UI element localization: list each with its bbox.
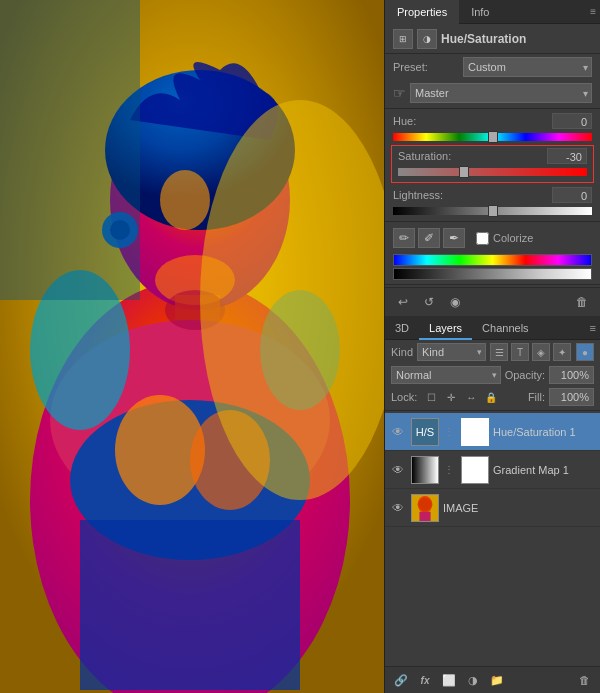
filter-icon-4[interactable]: ✦ — [553, 343, 571, 361]
layer-name-gradient-map: Gradient Map 1 — [493, 464, 596, 476]
tab-properties[interactable]: Properties — [385, 0, 459, 24]
hue-label: Hue: — [393, 115, 552, 127]
layer-eye-gradient-map[interactable]: 👁 — [389, 461, 407, 479]
opacity-row: Opacity: — [505, 366, 594, 384]
divider-2 — [385, 221, 600, 222]
preset-select-wrapper: Custom — [463, 57, 592, 77]
layer-eye-hue-sat[interactable]: 👁 — [389, 423, 407, 441]
lock-icon-2[interactable]: ✛ — [443, 389, 459, 405]
light-slider-thumb[interactable] — [488, 205, 498, 217]
sat-slider-bg — [398, 168, 587, 176]
adjustment-icon: ⊞ — [393, 29, 413, 49]
mask-button[interactable]: ⬜ — [439, 670, 459, 690]
spectrum-bar-top — [393, 254, 592, 266]
right-panel: Properties Info ≡ ⊞ ◑ Hue/Saturation Pre… — [384, 0, 600, 693]
visibility-icon[interactable]: ◉ — [445, 292, 465, 312]
layers-divider — [385, 410, 600, 411]
svg-rect-8 — [80, 520, 300, 690]
layer-mask-gradient-map — [461, 456, 489, 484]
delete-icon[interactable]: 🗑 — [572, 292, 592, 312]
lightness-section: Lightness: 0 — [385, 185, 600, 219]
lock-fill-row: Lock: ☐ ✛ ↔ 🔒 Fill: — [385, 386, 600, 408]
layers-actions: 🔗 fx ⬜ ◑ 📁 🗑 — [385, 666, 600, 693]
preset-select[interactable]: Custom — [463, 57, 592, 77]
layer-item-hue-sat[interactable]: 👁 H/S ⋮ Hue/Saturation 1 — [385, 413, 600, 451]
tab-channels[interactable]: Channels — [472, 316, 538, 340]
hue-slider-thumb[interactable] — [488, 131, 498, 143]
layers-tabs: 3D Layers Channels ≡ — [385, 316, 600, 340]
tab-3d[interactable]: 3D — [385, 316, 419, 340]
lock-icon-1[interactable]: ☐ — [423, 389, 439, 405]
layers-panel: 3D Layers Channels ≡ Kind Kind ☰ T ◈ ✦ ● — [385, 316, 600, 693]
divider-1 — [385, 108, 600, 109]
layer-thumb-hue-sat: H/S — [411, 418, 439, 446]
opacity-input[interactable] — [549, 366, 594, 384]
hand-icon: ☞ — [393, 85, 406, 101]
light-value[interactable]: 0 — [552, 187, 592, 203]
svg-rect-25 — [419, 511, 430, 520]
saturation-section: Saturation: -30 — [391, 145, 594, 183]
reset-icon[interactable]: ↩ — [393, 292, 413, 312]
layer-name-image: IMAGE — [443, 502, 596, 514]
tab-layers[interactable]: Layers — [419, 316, 472, 340]
hue-value[interactable]: 0 — [552, 113, 592, 129]
layer-mask-hue-sat — [461, 418, 489, 446]
tab-info[interactable]: Info — [459, 0, 501, 24]
sat-value[interactable]: -30 — [547, 148, 587, 164]
layer-thumb-image — [411, 494, 439, 522]
colorize-label: Colorize — [493, 232, 533, 244]
delete-layer-button[interactable]: 🗑 — [574, 670, 594, 690]
properties-menu-button[interactable]: ≡ — [590, 6, 596, 17]
layer-eye-image[interactable]: 👁 — [389, 499, 407, 517]
master-select[interactable]: Master — [410, 83, 592, 103]
svg-rect-15 — [0, 0, 140, 300]
layer-item-gradient-map[interactable]: 👁 ⋮ Gradient Map 1 — [385, 451, 600, 489]
fx-button[interactable]: fx — [415, 670, 435, 690]
lock-icon-3[interactable]: ↔ — [463, 389, 479, 405]
colorize-checkbox[interactable] — [476, 232, 489, 245]
layer-link-gradient-map: ⋮ — [443, 464, 455, 475]
prev-icon[interactable]: ↺ — [419, 292, 439, 312]
master-select-wrapper: Master — [410, 83, 592, 103]
lock-icons: ☐ ✛ ↔ 🔒 — [423, 389, 499, 405]
layer-thumb-gradient-map — [411, 456, 439, 484]
fill-input[interactable] — [549, 388, 594, 406]
link-layers-button[interactable]: 🔗 — [391, 670, 411, 690]
properties-title: Hue/Saturation — [441, 32, 526, 46]
filter-icon-3[interactable]: ◈ — [532, 343, 550, 361]
svg-text:H/S: H/S — [416, 425, 435, 437]
folder-button[interactable]: 📁 — [487, 670, 507, 690]
image-canvas — [0, 0, 384, 693]
filter-icon-2[interactable]: T — [511, 343, 529, 361]
properties-header: ⊞ ◑ Hue/Saturation — [385, 24, 600, 54]
tool-button-3[interactable]: ✒ — [443, 228, 465, 248]
filter-icons: ☰ T ◈ ✦ ● — [490, 343, 594, 361]
layer-item-image[interactable]: 👁 IMAGE — [385, 489, 600, 527]
blend-mode-select[interactable]: Normal — [391, 366, 501, 384]
filter-label: Kind — [391, 346, 413, 358]
sat-label-row: Saturation: -30 — [398, 148, 587, 164]
layers-list: 👁 H/S ⋮ Hue/Saturation 1 👁 — [385, 413, 600, 666]
blend-select-wrapper: Normal — [391, 366, 501, 384]
adjustment-button[interactable]: ◑ — [463, 670, 483, 690]
fill-label: Fill: — [528, 391, 545, 403]
tool-button-2[interactable]: ✐ — [418, 228, 440, 248]
sat-slider-track[interactable] — [398, 166, 587, 178]
layers-menu-button[interactable]: ≡ — [590, 322, 596, 334]
tool-button-1[interactable]: ✏ — [393, 228, 415, 248]
filter-toggle[interactable]: ● — [576, 343, 594, 361]
light-slider-track[interactable] — [393, 205, 592, 217]
opacity-label: Opacity: — [505, 369, 545, 381]
preset-row: Preset: Custom — [385, 54, 600, 80]
filter-select[interactable]: Kind — [417, 343, 486, 361]
filter-icon-1[interactable]: ☰ — [490, 343, 508, 361]
lock-icon-4[interactable]: 🔒 — [483, 389, 499, 405]
svg-rect-21 — [412, 457, 438, 483]
adjustment-icon-2: ◑ — [417, 29, 437, 49]
hue-slider-track[interactable] — [393, 131, 592, 143]
filter-select-wrapper: Kind — [417, 343, 486, 361]
tools-row: ✏ ✐ ✒ Colorize — [385, 224, 600, 252]
lock-label: Lock: — [391, 391, 417, 403]
sat-label: Saturation: — [398, 150, 547, 162]
sat-slider-thumb[interactable] — [459, 166, 469, 178]
